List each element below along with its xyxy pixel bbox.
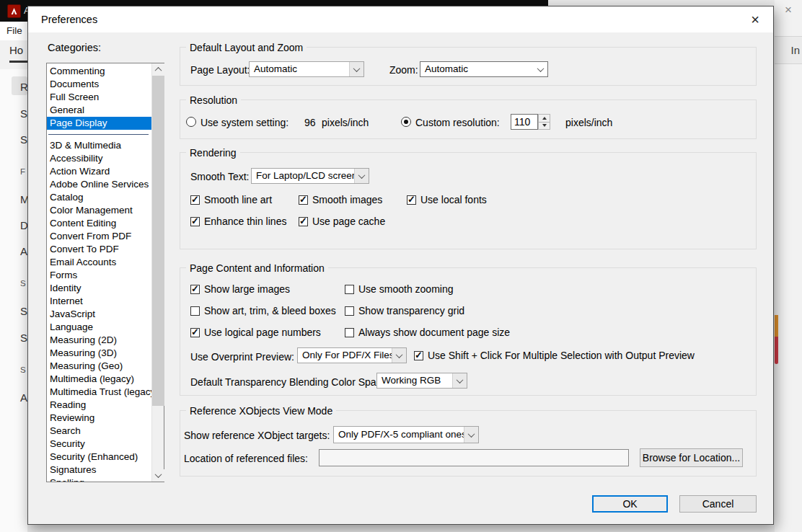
category-item[interactable]: Convert To PDF	[47, 243, 151, 256]
category-item[interactable]: Forms	[47, 269, 151, 282]
custom-resolution-label[interactable]: Custom resolution:	[415, 117, 500, 128]
blend-color-space-select[interactable]: Working RGB	[376, 373, 467, 389]
signin-button-fragment[interactable]: In	[790, 44, 800, 56]
checkbox-use-local-fonts[interactable]: Use local fonts	[407, 194, 487, 205]
sidebar-item-fragment[interactable]: A	[20, 391, 27, 404]
category-item[interactable]: Identity	[47, 282, 151, 295]
sidebar-item-fragment[interactable]: S	[20, 305, 27, 317]
category-item[interactable]: Reading	[47, 399, 151, 412]
zoom-label: Zoom:	[389, 64, 418, 76]
background-close-icon[interactable]: ×	[780, 3, 796, 17]
custom-resolution-radio[interactable]	[401, 117, 411, 127]
checkbox-smooth-line-art[interactable]: Smooth line art	[190, 194, 272, 205]
referenced-files-location-input[interactable]	[319, 449, 629, 466]
checkbox-use-smooth-zooming[interactable]: Use smooth zooming	[345, 283, 454, 295]
sidebar-item-fragment[interactable]: S	[20, 365, 26, 374]
scrollbar-thumb[interactable]	[152, 76, 164, 406]
category-item[interactable]: Action Wizard	[47, 165, 151, 178]
checkbox-use-page-cache[interactable]: Use page cache	[299, 216, 385, 227]
chevron-down-icon	[392, 348, 406, 363]
dialog-titlebar[interactable]: Preferences ×	[28, 6, 773, 32]
custom-resolution-unit: pixels/inch	[565, 117, 612, 128]
spin-down-icon[interactable]	[538, 123, 550, 130]
category-item[interactable]: Multimedia (legacy)	[47, 373, 151, 386]
category-item[interactable]: Catalog	[47, 191, 151, 204]
checkbox-box	[190, 328, 200, 337]
sidebar-item-fragment[interactable]: S	[20, 133, 27, 146]
category-item[interactable]: Language	[47, 321, 151, 334]
preferences-dialog: Preferences × Categories: CommentingDocu…	[27, 6, 774, 525]
sidebar-item-fragment[interactable]: S	[20, 332, 27, 344]
category-item[interactable]: Measuring (2D)	[47, 334, 151, 347]
category-item[interactable]: Measuring (3D)	[47, 347, 151, 360]
use-system-setting-radio[interactable]	[186, 117, 196, 127]
custom-resolution-stepper[interactable]	[538, 114, 550, 130]
category-item[interactable]: Content Editing	[47, 217, 151, 230]
category-item[interactable]: Color Management	[47, 204, 151, 217]
category-item[interactable]: Convert From PDF	[47, 230, 151, 243]
chevron-down-icon	[354, 169, 369, 183]
scroll-down-icon[interactable]	[152, 469, 164, 482]
cancel-button[interactable]: Cancel	[679, 495, 757, 513]
xobject-targets-select[interactable]: Only PDF/X-5 compliant ones	[333, 426, 479, 443]
category-item[interactable]: Search	[47, 425, 151, 438]
category-item[interactable]: Accessibility	[47, 152, 151, 165]
zoom-select[interactable]: Automatic	[420, 61, 548, 77]
category-item[interactable]: Multimedia Trust (legacy)	[47, 386, 151, 399]
dialog-close-icon[interactable]: ×	[744, 11, 766, 30]
category-item[interactable]: Security (Enhanced)	[47, 451, 151, 464]
checkbox-box	[414, 351, 423, 360]
checkbox-box	[407, 195, 416, 205]
checkbox-use-logical-page-numbers[interactable]: Use logical page numbers	[190, 327, 321, 338]
custom-resolution-input[interactable]	[511, 114, 538, 130]
checkbox-box	[190, 306, 200, 316]
category-item[interactable]: Adobe Online Services	[47, 178, 151, 191]
group-rendering: Rendering Smooth Text: For Laptop/LCD sc…	[180, 152, 757, 249]
category-item[interactable]: Commenting	[47, 65, 151, 78]
checkbox-always-show-page-size[interactable]: Always show document page size	[345, 327, 510, 338]
group-reference-xobjects: Reference XObjects View Mode Show refere…	[180, 410, 757, 476]
category-item[interactable]: Full Screen	[47, 91, 151, 104]
category-item[interactable]: Security	[47, 438, 151, 451]
checkbox-show-transparency-grid[interactable]: Show transparency grid	[345, 305, 464, 316]
browse-for-location-button[interactable]: Browse for Location...	[640, 448, 743, 467]
category-item[interactable]: General	[47, 104, 151, 117]
checkbox-box	[299, 195, 308, 205]
group-title: Rendering	[186, 147, 240, 159]
spin-up-icon[interactable]	[538, 114, 550, 123]
category-item[interactable]: Spelling	[47, 476, 151, 482]
overprint-preview-label: Use Overprint Preview:	[190, 351, 294, 363]
checkbox-smooth-images[interactable]: Smooth images	[299, 194, 382, 205]
categories-scrollbar[interactable]	[151, 63, 164, 482]
blend-color-space-label: Default Transparency Blending Color Spac…	[190, 376, 389, 388]
smooth-text-select[interactable]: For Laptop/LCD screens	[251, 168, 369, 184]
sidebar-item-fragment[interactable]: A	[20, 245, 27, 257]
category-item[interactable]: Measuring (Geo)	[47, 360, 151, 373]
group-default-layout-zoom: Default Layout and Zoom Page Layout: Aut…	[180, 47, 757, 86]
checkbox-enhance-thin-lines[interactable]: Enhance thin lines	[190, 216, 286, 227]
category-item[interactable]: Signatures	[47, 464, 151, 476]
checkbox-show-art-trim-bleed[interactable]: Show art, trim, & bleed boxes	[190, 305, 336, 316]
sidebar-item-fragment[interactable]: F	[20, 167, 26, 176]
category-item[interactable]: Internet	[47, 295, 151, 308]
tab-home-fragment[interactable]: Ho	[9, 44, 23, 56]
category-item[interactable]: Email Accounts	[47, 256, 151, 269]
sidebar-item-fragment[interactable]: S	[20, 107, 27, 120]
checkbox-show-large-images[interactable]: Show large images	[190, 283, 290, 295]
checkbox-shift-click-output-preview[interactable]: Use Shift + Click For Multiple Selection…	[414, 350, 695, 361]
file-menu[interactable]: File	[6, 25, 22, 36]
page-layout-select[interactable]: Automatic	[249, 61, 364, 77]
category-item[interactable]: JavaScript	[47, 308, 151, 321]
group-resolution: Resolution Use system setting: 96 pixels…	[180, 99, 757, 139]
sidebar-item-fragment[interactable]: S	[20, 279, 26, 288]
category-item[interactable]: Reviewing	[47, 412, 151, 425]
category-item[interactable]: Documents	[47, 78, 151, 91]
ok-button[interactable]: OK	[592, 495, 668, 513]
scroll-up-icon[interactable]	[152, 63, 164, 76]
page-layout-label: Page Layout:	[190, 64, 250, 76]
use-system-setting-label[interactable]: Use system setting:	[200, 117, 288, 128]
category-item[interactable]: Page Display	[47, 117, 151, 130]
overprint-preview-select[interactable]: Only For PDF/X Files	[297, 347, 407, 363]
group-title: Reference XObjects View Mode	[186, 405, 336, 417]
category-item[interactable]: 3D & Multimedia	[47, 139, 151, 152]
